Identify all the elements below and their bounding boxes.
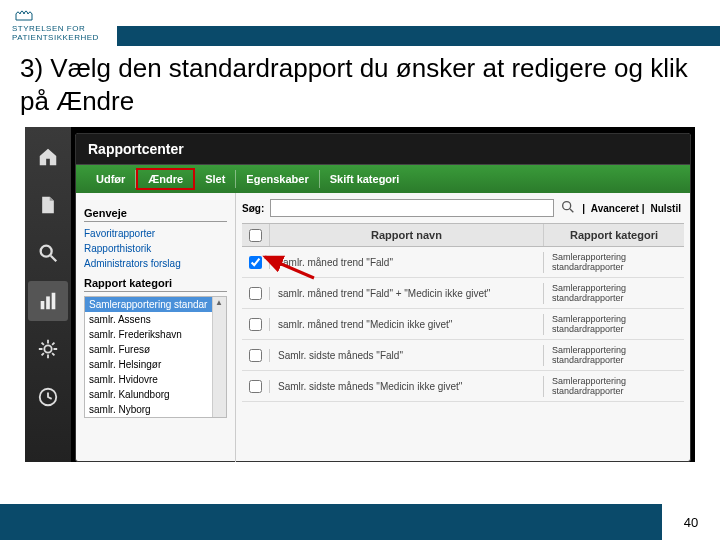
row-checkbox[interactable] [242, 380, 270, 393]
row-cat: Samlerapportering standardrapporter [544, 340, 684, 370]
shortcut-list: Favoritrapporter Rapporthistorik Adminis… [84, 226, 227, 271]
row-checkbox[interactable] [242, 287, 270, 300]
svg-point-7 [563, 202, 571, 210]
left-column: Genveje Favoritrapporter Rapporthistorik… [76, 193, 236, 462]
category-item[interactable]: samlr. Kalundborg [85, 387, 226, 402]
content-row: Genveje Favoritrapporter Rapporthistorik… [76, 193, 690, 462]
category-item[interactable]: samlr. Assens [85, 312, 226, 327]
toolbar-udfor[interactable]: Udfør [86, 170, 136, 188]
row-name: Samlr. sidste måneds "Fald" [270, 345, 544, 366]
table-row[interactable]: samlr. måned trend "Fald"Samlerapporteri… [242, 247, 684, 278]
inner-panel: Rapportcenter Udfør Ændre Slet Egenskabe… [75, 133, 691, 462]
clock-icon[interactable] [28, 377, 68, 417]
search-input[interactable] [270, 199, 554, 217]
report-grid: Rapport navn Rapport kategori samlr. mån… [242, 223, 684, 402]
row-name: samlr. måned trend "Medicin ikke givet" [270, 314, 544, 335]
table-row[interactable]: Samlr. sidste måneds "Medicin ikke givet… [242, 371, 684, 402]
svg-line-8 [570, 209, 573, 212]
search-label: Søg: [242, 203, 264, 214]
toolbar-egenskaber[interactable]: Egenskaber [236, 170, 319, 188]
row-cat: Samlerapportering standardrapporter [544, 247, 684, 277]
right-column: Søg: | Avanceret| Nulstil Rapport navn R… [236, 193, 690, 462]
svg-rect-4 [52, 293, 56, 310]
grid-header: Rapport navn Rapport kategori [242, 224, 684, 247]
app-screenshot: Rapportcenter Udfør Ændre Slet Egenskabe… [25, 127, 695, 462]
table-row[interactable]: Samlr. sidste måneds "Fald"Samlerapporte… [242, 340, 684, 371]
genveje-head: Genveje [84, 207, 227, 222]
toolbar-slet[interactable]: Slet [195, 170, 236, 188]
slide-title: 3) Vælg den standardrapport du ønsker at… [0, 46, 720, 127]
panel-title: Rapportcenter [76, 134, 690, 165]
search-links: | Avanceret| Nulstil [582, 203, 684, 214]
row-checkbox[interactable] [242, 256, 270, 269]
header-checkbox[interactable] [242, 224, 270, 246]
page-number: 40 [662, 504, 720, 540]
category-item[interactable]: samlr. Hvidovre [85, 372, 226, 387]
row-cat: Samlerapportering standardrapporter [544, 278, 684, 308]
gear-icon[interactable] [28, 329, 68, 369]
toolbar: Udfør Ændre Slet Egenskaber Skift katego… [76, 165, 690, 193]
row-name: samlr. måned trend "Fald" + "Medicin ikk… [270, 283, 544, 304]
svg-line-1 [51, 256, 57, 262]
footer: 40 [0, 504, 720, 540]
category-item[interactable]: samlr. Nyborg [85, 402, 226, 417]
slide-header: STYRELSEN FOR PATIENTSIKKERHED [0, 0, 720, 46]
reset-link[interactable]: Nulstil [650, 203, 681, 214]
col-cat-header[interactable]: Rapport kategori [544, 224, 684, 246]
svg-rect-2 [41, 301, 45, 309]
header-blue-bar [117, 26, 720, 46]
search-go-icon[interactable] [560, 199, 576, 217]
logo-line1: STYRELSEN FOR [12, 24, 85, 33]
left-rail [25, 127, 71, 462]
chart-icon[interactable] [28, 281, 68, 321]
category-item[interactable]: samlr. Frederikshavn [85, 327, 226, 342]
category-list[interactable]: Samlerapportering standar samlr. Assens … [84, 296, 227, 418]
table-row[interactable]: samlr. måned trend "Fald" + "Medicin ikk… [242, 278, 684, 309]
search-row: Søg: | Avanceret| Nulstil [242, 199, 684, 217]
shortcut-link[interactable]: Rapporthistorik [84, 241, 227, 256]
search-icon[interactable] [28, 233, 68, 273]
scrollbar[interactable] [212, 297, 226, 417]
toolbar-aendre[interactable]: Ændre [136, 168, 195, 190]
home-icon[interactable] [28, 137, 68, 177]
category-item[interactable]: samlr. Helsingør [85, 357, 226, 372]
row-cat: Samlerapportering standardrapporter [544, 309, 684, 339]
row-checkbox[interactable] [242, 349, 270, 362]
shortcut-link[interactable]: Favoritrapporter [84, 226, 227, 241]
shortcut-link[interactable]: Administrators forslag [84, 256, 227, 271]
svg-point-5 [44, 345, 51, 352]
category-item[interactable]: Samlerapportering standar [85, 297, 226, 312]
toolbar-skift[interactable]: Skift kategori [320, 170, 410, 188]
file-icon[interactable] [28, 185, 68, 225]
svg-point-0 [41, 246, 52, 257]
category-item[interactable]: samlr. Furesø [85, 342, 226, 357]
logo-line2: PATIENTSIKKERHED [12, 33, 99, 42]
footer-blue-bar [0, 504, 662, 540]
kategori-head: Rapport kategori [84, 277, 227, 292]
table-row[interactable]: samlr. måned trend "Medicin ikke givet"S… [242, 309, 684, 340]
svg-rect-3 [46, 296, 50, 309]
logo: STYRELSEN FOR PATIENTSIKKERHED [12, 6, 99, 42]
col-name-header[interactable]: Rapport navn [270, 224, 544, 246]
row-cat: Samlerapportering standardrapporter [544, 371, 684, 401]
row-name: samlr. måned trend "Fald" [270, 252, 544, 273]
row-checkbox[interactable] [242, 318, 270, 331]
crown-icon [12, 6, 36, 22]
advanced-link[interactable]: Avanceret [591, 203, 639, 214]
row-name: Samlr. sidste måneds "Medicin ikke givet… [270, 376, 544, 397]
